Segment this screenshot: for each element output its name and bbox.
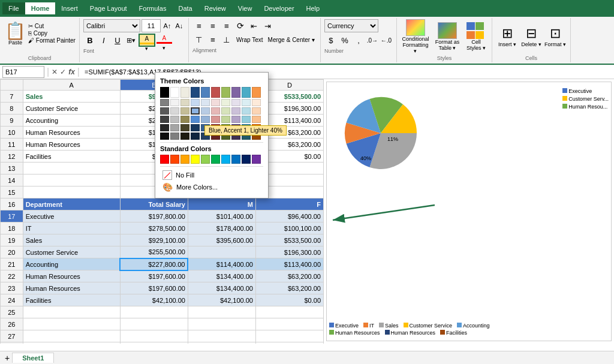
- table-cell[interactable]: $96,400.00: [255, 210, 323, 222]
- conditional-formatting-button[interactable]: Conditional Formatting ▾: [401, 19, 431, 54]
- table-cell[interactable]: $114,400.00: [188, 258, 255, 270]
- table-cell[interactable]: $196,300.00: [255, 246, 323, 258]
- table-cell[interactable]: [120, 342, 188, 344]
- color-swatch[interactable]: [191, 116, 200, 123]
- decrease-font-button[interactable]: A↓: [174, 19, 185, 32]
- percent-btn[interactable]: %: [338, 34, 351, 47]
- color-swatch[interactable]: [160, 87, 169, 98]
- table-cell[interactable]: $42,100.00: [120, 294, 188, 306]
- table-cell[interactable]: $63,200.00: [255, 282, 323, 294]
- table-cell[interactable]: $178,400.00: [188, 222, 255, 234]
- format-cells-button[interactable]: ⊡ Format ▾: [544, 26, 567, 47]
- color-swatch[interactable]: [252, 107, 261, 115]
- table-cell[interactable]: Facilities: [23, 294, 120, 306]
- table-cell[interactable]: $197,600.00: [120, 282, 188, 294]
- format-painter-button[interactable]: 🖌 Format Painter: [28, 37, 76, 44]
- comma-btn[interactable]: ,: [352, 34, 365, 47]
- table-cell[interactable]: Customer Service: [23, 246, 120, 258]
- col-header-a[interactable]: A: [23, 80, 120, 91]
- view-tab[interactable]: View: [232, 2, 258, 14]
- color-swatch[interactable]: [201, 107, 210, 115]
- table-cell[interactable]: Executive: [23, 210, 120, 222]
- table-cell[interactable]: IT: [23, 222, 120, 234]
- table-cell[interactable]: Sales: [23, 234, 120, 246]
- color-swatch[interactable]: [160, 116, 169, 123]
- more-colors-option[interactable]: 🎨 More Colors...: [160, 181, 263, 193]
- table-cell[interactable]: [255, 342, 323, 344]
- color-swatch[interactable]: [191, 124, 200, 131]
- cancel-formula-icon[interactable]: ✕: [52, 68, 58, 76]
- table-cell[interactable]: [23, 342, 120, 344]
- indent-left-btn[interactable]: ⇤: [248, 19, 261, 32]
- color-swatch[interactable]: [231, 87, 240, 98]
- table-cell[interactable]: $101,400.00: [188, 210, 255, 222]
- insert-function-icon[interactable]: fx: [68, 68, 75, 76]
- orient-btn[interactable]: ⟳: [234, 19, 247, 32]
- table-cell[interactable]: Department: [23, 198, 120, 210]
- standard-color-swatch[interactable]: [242, 155, 251, 164]
- color-swatch[interactable]: [221, 87, 230, 98]
- align-right-btn[interactable]: ≡: [220, 19, 233, 32]
- table-cell[interactable]: Total Salary: [120, 198, 188, 210]
- cell-styles-button[interactable]: Cell Styles ▾: [464, 22, 488, 51]
- table-cell[interactable]: Accounting: [23, 115, 120, 127]
- table-cell[interactable]: $113,400.00: [255, 258, 323, 270]
- color-swatch[interactable]: [211, 87, 220, 98]
- developer-tab[interactable]: Developer: [258, 2, 300, 14]
- color-swatch[interactable]: [242, 107, 251, 115]
- bold-button[interactable]: B: [83, 34, 97, 47]
- insert-cells-button[interactable]: ⊞ Insert ▾: [496, 26, 519, 47]
- color-swatch[interactable]: [252, 87, 261, 98]
- table-cell[interactable]: Accounting: [23, 258, 120, 270]
- table-cell[interactable]: $63,200.00: [255, 270, 323, 282]
- color-swatch[interactable]: [160, 99, 169, 106]
- table-cell[interactable]: $0.00: [255, 294, 323, 306]
- color-swatch[interactable]: [242, 87, 251, 98]
- name-box[interactable]: [2, 66, 44, 78]
- help-tab[interactable]: Help: [300, 2, 326, 14]
- wrap-text-button[interactable]: Wrap Text: [234, 33, 266, 46]
- fill-color-button[interactable]: A ▾: [139, 34, 155, 47]
- standard-color-swatch[interactable]: [160, 155, 169, 164]
- table-cell[interactable]: $227,800.00: [120, 258, 188, 270]
- table-cell[interactable]: Customer Service: [23, 103, 120, 115]
- table-cell[interactable]: [255, 318, 323, 330]
- table-cell[interactable]: [23, 175, 120, 186]
- standard-color-swatch[interactable]: [191, 155, 200, 164]
- align-left-btn[interactable]: ≡: [192, 19, 206, 32]
- color-swatch[interactable]: [180, 99, 189, 106]
- paste-button[interactable]: 📋 Paste: [4, 22, 27, 47]
- merge-center-button[interactable]: Merge & Center ▾: [266, 33, 317, 46]
- currency-btn[interactable]: $: [324, 34, 338, 47]
- page-layout-tab[interactable]: Page Layout: [84, 2, 133, 14]
- color-swatch[interactable]: [221, 107, 230, 115]
- table-cell[interactable]: [23, 306, 120, 318]
- no-fill-option[interactable]: No Fill: [160, 169, 263, 181]
- table-cell[interactable]: [120, 306, 188, 318]
- table-cell[interactable]: Human Resources: [23, 127, 120, 139]
- table-cell[interactable]: $42,100.00: [188, 294, 255, 306]
- insert-tab[interactable]: Insert: [55, 2, 84, 14]
- table-cell[interactable]: M: [188, 198, 255, 210]
- color-swatch[interactable]: [211, 107, 220, 115]
- color-swatch[interactable]: [221, 99, 230, 106]
- color-swatch[interactable]: [242, 116, 251, 123]
- font-selector[interactable]: Calibri: [83, 19, 140, 32]
- color-swatch[interactable]: [180, 107, 189, 115]
- italic-button[interactable]: I: [97, 34, 110, 47]
- table-cell[interactable]: [255, 330, 323, 342]
- table-cell[interactable]: [23, 163, 120, 175]
- formulas-tab[interactable]: Formulas: [133, 2, 173, 14]
- color-swatch[interactable]: [160, 133, 169, 140]
- table-cell[interactable]: $197,800.00: [120, 210, 188, 222]
- table-cell[interactable]: [120, 318, 188, 330]
- table-cell[interactable]: Human Resources: [23, 270, 120, 282]
- decrease-decimal-btn[interactable]: ←.0: [380, 34, 393, 47]
- standard-color-swatch[interactable]: [211, 155, 220, 164]
- cut-button[interactable]: ✂ Cut: [28, 23, 76, 29]
- color-swatch[interactable]: [221, 116, 230, 123]
- table-cell[interactable]: Human Resources: [23, 139, 120, 151]
- color-swatch[interactable]: [191, 99, 200, 106]
- standard-color-swatch[interactable]: [201, 155, 210, 164]
- table-cell[interactable]: [188, 306, 255, 318]
